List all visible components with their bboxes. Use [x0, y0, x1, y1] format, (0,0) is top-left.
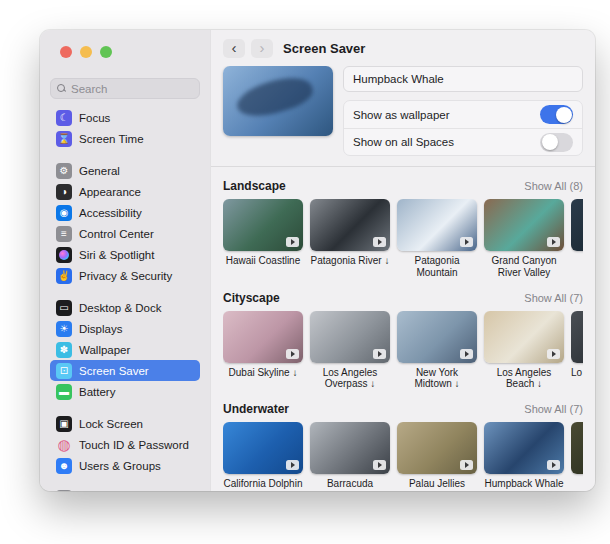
sidebar-item-wallpaper[interactable]: ✽Wallpaper: [50, 339, 200, 360]
minimize-button[interactable]: [80, 46, 92, 58]
sidebar-item-users-groups[interactable]: ☻Users & Groups: [50, 455, 200, 476]
close-button[interactable]: [60, 46, 72, 58]
zoom-button[interactable]: [100, 46, 112, 58]
show-all-button[interactable]: Show All (7): [524, 292, 583, 304]
sidebar-item-siri-spotlight[interactable]: Siri & Spotlight: [50, 244, 200, 265]
sidebar-item-displays[interactable]: ☀Displays: [50, 318, 200, 339]
video-badge-icon: [547, 349, 560, 359]
screensaver-thumbnail[interactable]: [484, 311, 564, 363]
sidebar-item-label: Desktop & Dock: [79, 302, 161, 314]
screensaver-thumbnail[interactable]: [571, 311, 583, 363]
screensaver-thumbnail[interactable]: [223, 422, 303, 474]
search-input[interactable]: [71, 83, 193, 95]
sidebar-item-touch-id-password[interactable]: ◍Touch ID & Password: [50, 434, 200, 455]
screensaver-item-humpback-whale[interactable]: Humpback Whale: [484, 422, 564, 491]
screensaver-item-barracuda-battery[interactable]: Barracuda Battery: [310, 422, 390, 491]
screensaver-item-lo[interactable]: Lo: [571, 311, 583, 391]
sidebar-item-label: Privacy & Security: [79, 270, 172, 282]
screensaver-item-patagonia-mountain[interactable]: Patagonia Mountain: [397, 199, 477, 279]
sidebar-item-accessibility[interactable]: ◉Accessibility: [50, 202, 200, 223]
screensaver-item-patagonia-river[interactable]: Patagonia River ↓: [310, 199, 390, 279]
screensaver-item-dubai-skyline[interactable]: Dubai Skyline ↓: [223, 311, 303, 391]
sidebar-item-general[interactable]: ⚙General: [50, 160, 200, 181]
show-all-button[interactable]: Show All (7): [524, 403, 583, 415]
accessibility-icon: ◉: [56, 205, 72, 221]
screensaver-thumbnail[interactable]: [571, 199, 583, 251]
sidebar-item-focus[interactable]: ☾Focus: [50, 107, 200, 128]
siri-orb: [59, 250, 69, 260]
video-badge-icon: [286, 349, 299, 359]
thumbnail-label: Los Angeles Beach ↓: [484, 367, 564, 391]
screensaver-item-los-angeles-beach[interactable]: Los Angeles Beach ↓: [484, 311, 564, 391]
sidebar-item-label: Displays: [79, 323, 122, 335]
forward-button[interactable]: ›: [251, 39, 273, 58]
play-icon: [378, 462, 382, 468]
sidebar-item-screen-time[interactable]: ⌛Screen Time: [50, 128, 200, 149]
screensaver-thumbnail[interactable]: [397, 311, 477, 363]
sidebar-item-control-center[interactable]: ≡Control Center: [50, 223, 200, 244]
screensaver-item-california-dolphin-pod[interactable]: California Dolphin Pod ↓: [223, 422, 303, 491]
screensaver-thumbnail[interactable]: [397, 199, 477, 251]
screensaver-thumbnail[interactable]: [310, 311, 390, 363]
sidebar-item-appearance[interactable]: ◑Appearance: [50, 181, 200, 202]
sidebar-item-screen-saver[interactable]: ⊡Screen Saver: [50, 360, 200, 381]
sidebar-group: ⚙General◑Appearance◉Accessibility≡Contro…: [50, 160, 200, 286]
thumbnail-label: Patagonia Mountain: [397, 255, 477, 279]
play-icon: [552, 462, 556, 468]
sidebar-item-label: Screen Time: [79, 133, 144, 145]
search-icon: [57, 84, 66, 93]
sidebar-item-label: Lock Screen: [79, 418, 143, 430]
sidebar-item-battery[interactable]: ▬Battery: [50, 381, 200, 402]
option-label: Show on all Spaces: [353, 136, 454, 148]
sidebar-item-desktop-dock[interactable]: ▭Desktop & Dock: [50, 297, 200, 318]
screensaver-thumbnail[interactable]: [484, 199, 564, 251]
screensaver-thumbnail[interactable]: [223, 199, 303, 251]
section-title: Cityscape: [223, 291, 280, 305]
back-button[interactable]: ‹: [223, 39, 245, 58]
lock-icon: ▣: [56, 416, 72, 432]
section-header: UnderwaterShow All (7): [223, 402, 583, 416]
show-on-all-spaces-toggle[interactable]: [540, 133, 573, 152]
sidebar-item-lock-screen[interactable]: ▣Lock Screen: [50, 413, 200, 434]
siri-icon: [56, 247, 72, 263]
screensaver-item-grand-canyon-river-valley[interactable]: Grand Canyon River Valley: [484, 199, 564, 279]
screensaver-thumbnail[interactable]: [397, 422, 477, 474]
screensaver-item-palau-jellies-dark[interactable]: Palau Jellies Dark ↓: [397, 422, 477, 491]
screensaver-thumbnail[interactable]: [571, 422, 583, 474]
screensaver-item-los-angeles-overpass[interactable]: Los Angeles Overpass ↓: [310, 311, 390, 391]
play-icon: [291, 351, 295, 357]
show-all-button[interactable]: Show All (8): [524, 180, 583, 192]
show-on-all-spaces-row: Show on all Spaces: [344, 128, 582, 155]
search-field[interactable]: [50, 78, 200, 99]
screensaver-item[interactable]: [571, 422, 583, 491]
sidebar-item-label: Screen Saver: [79, 365, 149, 377]
desktop-dock-icon: ▭: [56, 300, 72, 316]
sidebar-item-passwords[interactable]: ✱Passwords: [50, 487, 200, 491]
general-icon: ⚙: [56, 163, 72, 179]
sidebar-item-label: General: [79, 165, 120, 177]
screensaver-thumbnail[interactable]: [310, 422, 390, 474]
page-title: Screen Saver: [283, 41, 365, 56]
main-panel: ‹ › Screen Saver Humpback Whale Show as …: [210, 30, 595, 491]
screensaver-thumbnail[interactable]: [484, 422, 564, 474]
panel-header: ‹ › Screen Saver: [211, 30, 595, 66]
screensaver-name-field[interactable]: Humpback Whale: [343, 66, 583, 92]
screensaver-item[interactable]: [571, 199, 583, 279]
video-badge-icon: [547, 460, 560, 470]
thumbnail-label: Hawaii Coastline: [223, 255, 303, 267]
screensaver-item-new-york-midtown[interactable]: New York Midtown ↓: [397, 311, 477, 391]
screensaver-thumbnail[interactable]: [223, 311, 303, 363]
screen-saver-icon: ⊡: [56, 363, 72, 379]
screensaver-preview-image[interactable]: [223, 66, 333, 136]
sidebar-group: ☾Focus⌛Screen Time: [50, 107, 200, 149]
sidebar-item-label: Focus: [79, 112, 110, 124]
show-as-wallpaper-toggle[interactable]: [540, 105, 573, 124]
video-badge-icon: [286, 460, 299, 470]
sidebar-item-privacy-security[interactable]: ✌Privacy & Security: [50, 265, 200, 286]
screensaver-thumbnail[interactable]: [310, 199, 390, 251]
displays-icon: ☀: [56, 321, 72, 337]
privacy-security-icon: ✌: [56, 268, 72, 284]
traffic-lights: [50, 30, 200, 58]
system-settings-window: ☾Focus⌛Screen Time⚙General◑Appearance◉Ac…: [40, 30, 595, 491]
screensaver-item-hawaii-coastline[interactable]: Hawaii Coastline: [223, 199, 303, 279]
